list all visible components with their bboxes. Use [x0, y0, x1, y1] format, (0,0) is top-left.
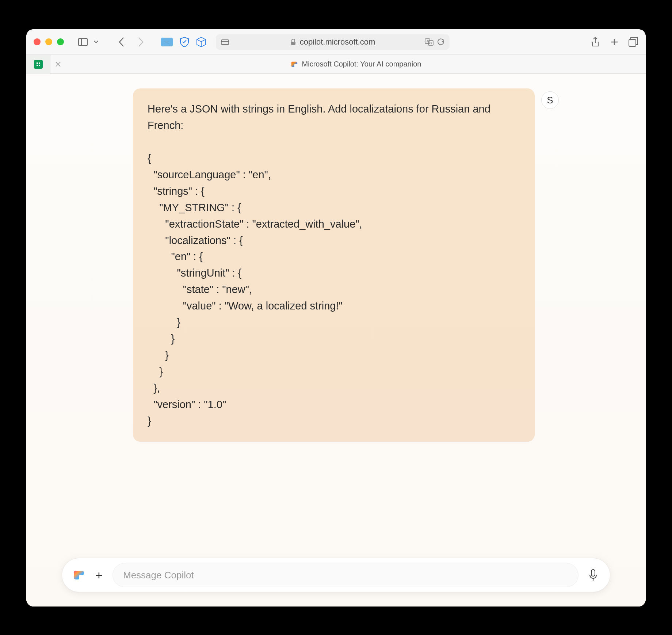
copilot-favicon	[290, 60, 298, 68]
tab-title: Microsoft Copilot: Your AI companion	[302, 60, 421, 68]
extension-icons: ···	[161, 37, 206, 47]
user-message-text: Here's a JSON with strings in English. A…	[148, 101, 520, 429]
svg-rect-11	[629, 39, 636, 46]
maximize-window-button[interactable]	[57, 38, 64, 45]
tab-bar: Microsoft Copilot: Your AI companion	[26, 55, 646, 74]
message-input[interactable]	[112, 563, 579, 587]
browser-window: ···	[26, 29, 646, 607]
add-attachment-button[interactable]: +	[93, 568, 104, 582]
user-message-bubble: Here's a JSON with strings in English. A…	[133, 88, 535, 442]
input-area: +	[26, 558, 646, 607]
extension-icon-1[interactable]: ···	[161, 38, 173, 46]
browser-toolbar: ···	[26, 29, 646, 55]
sidebar-dropdown-icon[interactable]	[91, 37, 101, 47]
svg-text:A: A	[427, 39, 429, 43]
share-icon[interactable]	[590, 37, 600, 47]
toolbar-right	[590, 37, 638, 47]
microphone-button[interactable]	[587, 569, 600, 582]
svg-rect-19	[591, 570, 595, 576]
site-settings-icon[interactable]	[221, 39, 229, 45]
page-content: Here's a JSON with strings in English. A…	[26, 74, 646, 607]
input-container: +	[62, 558, 610, 592]
address-bar[interactable]: copilot.microsoft.com A 文	[216, 34, 450, 50]
tab-close-button[interactable]	[50, 61, 66, 67]
lock-icon	[290, 39, 296, 45]
new-tab-icon[interactable]	[609, 37, 619, 47]
close-window-button[interactable]	[34, 38, 41, 45]
svg-rect-14	[39, 62, 40, 64]
active-tab[interactable]: Microsoft Copilot: Your AI companion	[66, 60, 646, 68]
url-text: copilot.microsoft.com	[300, 37, 375, 47]
back-button[interactable]	[117, 37, 127, 47]
svg-text:文: 文	[430, 41, 433, 45]
user-avatar[interactable]: S	[541, 91, 559, 109]
chat-area: Here's a JSON with strings in English. A…	[26, 74, 646, 558]
pinned-tab[interactable]	[26, 55, 50, 74]
tabs-overview-icon[interactable]	[628, 37, 638, 47]
copilot-logo-icon[interactable]	[72, 569, 85, 582]
sidebar-toggle-button[interactable]	[78, 37, 88, 47]
shield-icon[interactable]	[179, 37, 190, 47]
svg-rect-15	[37, 65, 38, 66]
sheets-icon	[34, 60, 43, 69]
svg-rect-0	[79, 38, 87, 46]
minimize-window-button[interactable]	[45, 38, 52, 45]
window-controls	[34, 38, 64, 45]
svg-rect-2	[221, 40, 229, 45]
svg-rect-16	[39, 65, 40, 66]
reload-icon[interactable]	[437, 38, 444, 46]
svg-rect-4	[291, 42, 295, 45]
nav-arrows	[117, 37, 146, 47]
svg-rect-13	[37, 62, 38, 64]
translate-icon[interactable]: A 文	[425, 38, 434, 46]
cube-icon[interactable]	[196, 37, 206, 47]
forward-button[interactable]	[135, 37, 146, 47]
